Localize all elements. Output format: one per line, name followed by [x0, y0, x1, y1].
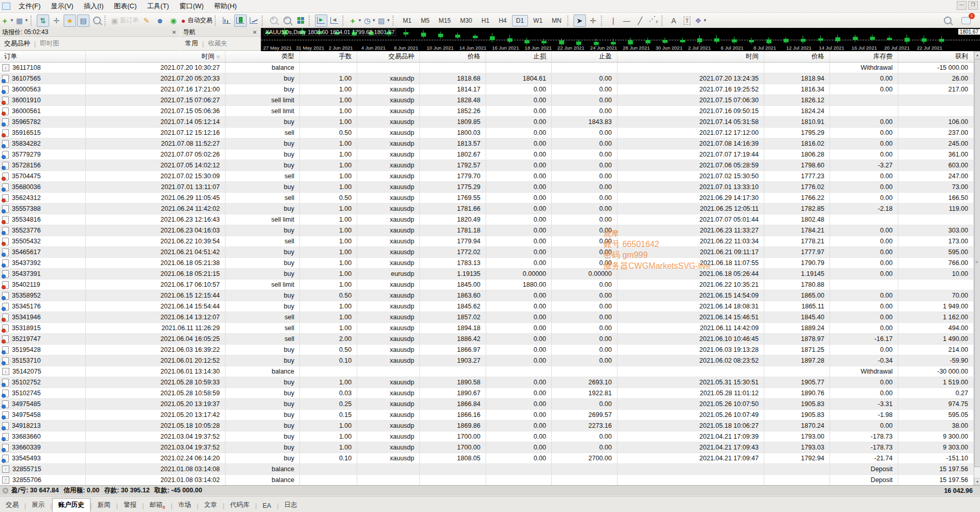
minimize-button[interactable]: — [957, 1, 967, 10]
periods-button[interactable]: ◷▼ [364, 14, 376, 27]
table-row[interactable]: 354373922021.06.18 05:21:38buy1.00xauusd… [0, 258, 974, 269]
table-row[interactable]: 349182132021.05.18 10:05:28buy1.00xauusd… [0, 421, 974, 431]
table-row[interactable]: 355348162021.06.23 12:16:43sell limit1.0… [0, 214, 974, 225]
table-row[interactable]: 351027452021.05.28 10:58:59buy0.03xauusd… [0, 388, 974, 399]
close-icon[interactable]: ✕ [251, 29, 259, 35]
table-row[interactable]: 351537102021.06.01 20:12:52buy0.10xauusd… [0, 355, 974, 366]
bottom-tab-3[interactable]: 账户历史 [52, 498, 91, 512]
chart-shift-button[interactable]: ◀ [328, 14, 341, 27]
line-chart-button[interactable] [248, 14, 260, 27]
tile-windows-button[interactable] [295, 14, 307, 27]
market-watch-tab-2[interactable]: 即时图 [36, 38, 64, 50]
crosshair-button[interactable]: ✛ [587, 14, 599, 27]
column-header[interactable]: 订单 [0, 51, 86, 62]
table-row[interactable]: 352197472021.06.04 16:05:25sell2.00xauus… [0, 334, 974, 345]
trendline-button[interactable]: ╱ [634, 14, 646, 27]
scroll-down-icon[interactable]: ▼ [974, 478, 980, 485]
table-row[interactable]: 351954282021.06.03 16:39:22buy0.50xauusd… [0, 345, 974, 355]
table-row[interactable]: 355573882021.06.24 11:42:02buy1.00xauusd… [0, 204, 974, 214]
timeframe-W1[interactable]: W1 [529, 15, 547, 26]
bottom-tab-2[interactable]: 展示 [26, 499, 50, 512]
table-row[interactable]: 349754852021.05.20 13:19:37buy0.25xauusd… [0, 399, 974, 410]
bottom-tab-8[interactable]: 文章 [199, 499, 223, 512]
fibonacci-button[interactable]: ⋰F [647, 14, 660, 27]
table-row[interactable]: 358342822021.07.08 11:52:27buy1.00xauusd… [0, 138, 974, 149]
table-row[interactable]: 360005612021.07.15 05:06:36sell limit1.0… [0, 106, 974, 117]
table-row[interactable]: 361075652021.07.20 05:20:33buy1.00xauusd… [0, 73, 974, 84]
cursor-button[interactable]: ➤ [574, 14, 586, 27]
timeframe-H1[interactable]: H1 [477, 15, 493, 26]
table-row[interactable]: 353189152021.06.11 11:26:29sell1.00xauus… [0, 323, 974, 334]
menu-item[interactable]: 窗口(W) [174, 1, 209, 11]
table-row[interactable]: ↑328557062021.01.08 03:14:02balanceDepos… [0, 475, 974, 486]
text-tool-button[interactable]: A [668, 14, 680, 27]
new-chart-button[interactable]: ＋▼ [1, 14, 14, 27]
timeframe-H4[interactable]: H4 [494, 15, 510, 26]
timeframe-MN[interactable]: MN [548, 15, 566, 26]
table-row[interactable]: 360019102021.07.15 07:06:27sell limit1.0… [0, 95, 974, 106]
table-row[interactable]: 359165152021.07.12 15:12:16sell0.50xauus… [0, 128, 974, 138]
column-header[interactable]: 价格 [764, 51, 830, 62]
table-row[interactable]: 353419462021.06.14 13:12:07sell1.00xauus… [0, 312, 974, 323]
table-row[interactable]: 335454932021.02.24 06:14:20buy0.10xauusd… [0, 453, 974, 464]
shapes-button[interactable]: ❖▼ [695, 14, 707, 27]
table-row[interactable]: 336603392021.03.04 19:37:52buy1.00xauusd… [0, 442, 974, 453]
data-window-button[interactable]: ✛ [50, 14, 63, 27]
terminal-button[interactable]: ▤ [77, 14, 89, 27]
column-header[interactable]: 手数 [300, 51, 357, 62]
chart-area[interactable]: XAUUSDs,Daily 1803.60 1804.01 1799.68 18… [261, 28, 980, 51]
bottom-tab-1[interactable]: 交易 [0, 499, 24, 512]
vertical-scrollbar[interactable]: ▲ ▼ [974, 51, 980, 485]
bar-chart-button[interactable] [221, 14, 233, 27]
timeframe-M30[interactable]: M30 [456, 15, 476, 26]
bottom-tab-6[interactable]: 邮箱8 [144, 499, 171, 512]
table-row[interactable]: 355237762021.06.23 04:16:03buy1.00xauusd… [0, 225, 974, 236]
community-button[interactable]: ☻ [154, 14, 166, 27]
restore-button[interactable]: ❐ [968, 1, 978, 10]
table-row[interactable]: 356243122021.06.29 11:05:45sell0.50xauus… [0, 193, 974, 204]
bottom-tab-10[interactable]: EA [257, 500, 277, 512]
table-row[interactable]: 354656172021.06.21 04:51:42buy1.00xauusd… [0, 247, 974, 258]
timeframe-M1[interactable]: M1 [399, 15, 416, 26]
market-watch-button[interactable]: ⇅ [37, 14, 49, 27]
vertical-line-button[interactable]: | [607, 14, 620, 27]
close-icon[interactable]: ✕ [171, 29, 178, 35]
market-watch-tab-1[interactable]: 交易品种 [0, 38, 34, 50]
table-row[interactable]: 353451762021.06.14 15:54:44buy1.00xauusd… [0, 301, 974, 312]
column-header[interactable]: 止损 [486, 51, 552, 62]
timeframe-D1[interactable]: D1 [512, 15, 528, 26]
menu-item[interactable]: 显示(V) [46, 1, 79, 11]
table-row[interactable]: 356800362021.07.01 13:11:07buy1.00xauusd… [0, 182, 974, 193]
table-row[interactable]: 355054322021.06.22 10:39:54sell1.00xauus… [0, 236, 974, 247]
timeframe-M5[interactable]: M5 [417, 15, 434, 26]
bottom-tab-7[interactable]: 市场 [173, 499, 197, 512]
candlestick-chart-button[interactable] [234, 14, 247, 27]
new-order-button[interactable]: ▣新订单 [111, 14, 139, 27]
navigator-tab-2[interactable]: 收藏夹 [204, 38, 232, 50]
menu-item[interactable]: 插入(I) [79, 1, 109, 11]
menu-item[interactable]: 工具(T) [142, 1, 174, 11]
auto-scroll-button[interactable]: ▶ [315, 14, 327, 27]
table-row[interactable]: 351027522021.05.28 10:59:33buy1.00xauusd… [0, 377, 974, 388]
table-row[interactable]: 357792792021.07.07 05:02:26buy1.00xauusd… [0, 149, 974, 160]
column-header[interactable]: 时间 [617, 51, 764, 62]
bottom-tab-4[interactable]: 新闻 [92, 499, 116, 512]
table-row[interactable]: 357281562021.07.05 14:02:12buy1.00xauusd… [0, 160, 974, 171]
strategy-tester-button[interactable] [91, 14, 103, 27]
navigator-button[interactable]: ★ [64, 14, 76, 27]
menu-item[interactable]: 帮助(H) [209, 1, 242, 11]
bottom-tab-5[interactable]: 警报 [118, 499, 142, 512]
column-header[interactable]: 类型 [225, 51, 300, 62]
zoom-out-button[interactable]: − [281, 14, 294, 27]
profiles-button[interactable]: ▦▼ [16, 14, 29, 27]
table-row[interactable]: 336836602021.03.04 19:37:52buy1.00xauusd… [0, 431, 974, 442]
column-header[interactable]: 价格 [420, 51, 486, 62]
column-header[interactable]: 时间▽ [86, 51, 225, 62]
table-row[interactable]: 360005632021.07.16 17:21:00buy1.00xauusd… [0, 84, 974, 95]
chat-button[interactable]: 1 [960, 14, 972, 27]
table-row[interactable]: ↓361171082021.07.20 10:30:27balanceWithd… [0, 63, 974, 73]
table-row[interactable]: 353589522021.06.15 12:15:44buy0.50xauusd… [0, 290, 974, 301]
menu-item[interactable]: 文件(F) [13, 1, 46, 11]
table-row[interactable]: 354373912021.06.18 05:21:15buy1.00eurusd… [0, 269, 974, 280]
column-header[interactable]: 交易品种 [357, 51, 420, 62]
